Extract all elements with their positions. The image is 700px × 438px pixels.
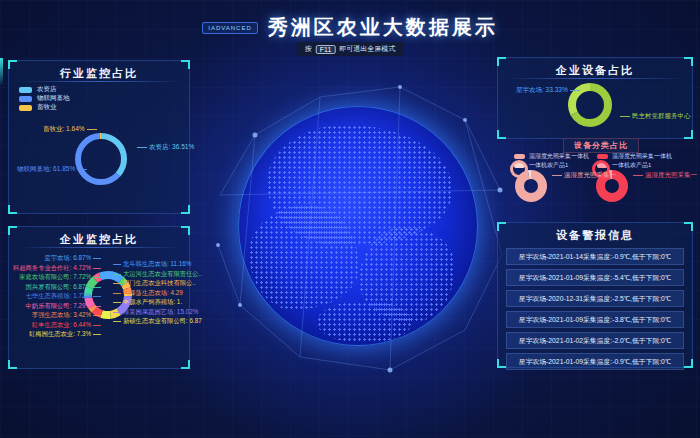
alarm-row[interactable]: 星宇农场-2021-01-09采集温度:-3.8℃,低于下限:0℃ — [506, 311, 684, 328]
panel-device-alarms: 设备警报信息 星宇农场-2021-01-14采集温度:-0.9℃,低于下限:0℃… — [497, 222, 693, 368]
legend-swatch — [19, 87, 32, 93]
legend-item[interactable]: 温湿度光照采集一体机 — [514, 152, 589, 161]
panel-title: 行业监控占比 — [9, 66, 189, 81]
f11-key-badge: F11 — [316, 45, 336, 54]
panel-title: 设备警报信息 — [498, 228, 692, 243]
logo-badge: IADVANCED — [202, 22, 258, 34]
fullscreen-hint: 按 F11 即可退出全屏模式 — [297, 42, 404, 56]
legend-label: 一体机农产品1 — [612, 161, 651, 170]
chart-callout: 北斗韩生态农场: 11.16% — [113, 260, 191, 270]
alarm-list: 星宇农场-2021-01-14采集温度:-0.9℃,低于下限:0℃ 星宇农场-2… — [506, 248, 684, 370]
legend-swatch — [19, 96, 32, 102]
header: IADVANCED 秀洲区农业大数据展示 — [0, 14, 700, 41]
device-class-title: 设备分类占比 — [563, 138, 639, 153]
legend-item[interactable]: 农资店 — [19, 85, 70, 94]
chart-callout: 中奶乐有限公司: 7.29% — [26, 302, 101, 312]
alarm-row[interactable]: 星宇农场-2021-01-14采集温度:-0.9℃,低于下限:0℃ — [506, 248, 684, 265]
hint-suffix: 即可退出全屏模式 — [339, 44, 395, 54]
legend-item[interactable]: 物联网基地 — [19, 94, 70, 103]
legend-item[interactable]: 畜牧业 — [19, 103, 70, 112]
panel-device-ratio: 企业设备占比 星宇农场: 33.33% 民主村党群服务中心 — [497, 57, 693, 139]
legend-swatch — [597, 154, 608, 159]
legend-label: 一体机农产品1 — [529, 161, 568, 170]
legend-label: 物联网基地 — [37, 94, 70, 103]
chart-callout: 农资店: 36.51% — [137, 143, 194, 152]
chart-callout: 国兴发有限公司: 6.87% — [26, 283, 101, 293]
legend-label: 农资店 — [37, 85, 57, 94]
chart-callout: 丰源水产饲养殖场: 1. — [113, 298, 182, 308]
industry-donut-chart[interactable] — [75, 133, 127, 185]
legend-swatch — [19, 105, 32, 111]
alarm-row[interactable]: 星宇农场-2021-01-02采集温度:-2.0℃,低于下限:0℃ — [506, 332, 684, 349]
chart-callout: 物联网基地: 61.85% — [17, 165, 87, 174]
edge-accent — [0, 58, 3, 86]
chart-callout: 绿菜园果蔬园艺场: 15.02% — [113, 308, 198, 318]
network-lines — [210, 75, 510, 375]
chart-callout: 李强生态农场: 3.42% — [32, 311, 101, 321]
chart-callout: 温湿度光照采集一 — [633, 171, 697, 180]
panel-industry-monitor: 行业监控占比 农资店 物联网基地 畜牧业 畜牧业: 1.64% — [8, 60, 190, 214]
alarm-row[interactable]: 星宇农场-2021-01-09采集温度:-0.9℃,低于下限:0℃ — [506, 353, 684, 370]
chart-callout: 科超商务专业合作社: 4.72% — [13, 264, 101, 274]
chart-callout: 大运河生态农业有限责任公.. — [113, 270, 202, 280]
chart-callout: 家庭农场有限公司: 7.72% — [19, 273, 101, 283]
legend-label: 温湿度光照采集一体机 — [529, 152, 589, 161]
chart-callout: 阳门生态农业科技有限公.. — [113, 279, 196, 289]
chart-callout: 七华生态养殖场: 1.72% — [26, 292, 101, 302]
chart-callout: 畜牧业: 1.64% — [43, 125, 97, 134]
panel-enterprise-monitor: 企业监控占比 星宇农场: 6.87% 科超商务专业合作社: 4.72% 家庭农场… — [8, 226, 190, 369]
enterprise-labels-left: 星宇农场: 6.87% 科超商务专业合作社: 4.72% 家庭农场有限公司: 7… — [15, 254, 101, 340]
chart-callout: 星宇农场: 33.33% — [516, 86, 580, 95]
page-title: 秀洲区农业大数据展示 — [268, 14, 498, 41]
alarm-row[interactable]: 星宇农场-2021-01-09采集温度:-5.4℃,低于下限:0℃ — [506, 269, 684, 286]
divider — [506, 78, 684, 79]
panel-title: 企业设备占比 — [498, 63, 692, 78]
alarm-row[interactable]: 星宇农场-2020-12-31采集温度:-2.5℃,低于下限:0℃ — [506, 290, 684, 307]
industry-legend: 农资店 物联网基地 畜牧业 — [19, 85, 70, 112]
hint-prefix: 按 — [305, 44, 312, 54]
chart-callout: 红梅园生态农业: 7.3% — [29, 330, 101, 340]
chart-callout: 民主村党群服务中心 — [620, 112, 691, 121]
chart-callout: 红丰生态农业: 6.44% — [32, 321, 101, 331]
panel-title: 企业监控占比 — [9, 232, 189, 247]
legend-label: 温湿度光照采集一体机 — [612, 152, 672, 161]
divider — [17, 81, 181, 82]
divider — [17, 247, 181, 248]
legend-swatch — [514, 154, 525, 159]
legend-label: 畜牧业 — [37, 103, 57, 112]
enterprise-labels-right: 北斗韩生态农场: 11.16% 大运河生态农业有限责任公.. 阳门生态农业科技有… — [113, 260, 197, 327]
device-class-donut-left[interactable] — [515, 170, 547, 202]
chart-callout: 温湿度光照采集一 — [552, 171, 616, 180]
chart-callout: 鸭泽荡生态农场: 4.29 — [113, 289, 183, 299]
dashboard: IADVANCED 秀洲区农业大数据展示 按 F11 即可退出全屏模式 行业监控… — [0, 0, 700, 438]
chart-callout: 新硕生态农业有限公司: 6.87 — [113, 317, 202, 327]
legend-item[interactable]: 温湿度光照采集一体机 — [597, 152, 672, 161]
chart-callout: 星宇农场: 6.87% — [44, 254, 101, 264]
